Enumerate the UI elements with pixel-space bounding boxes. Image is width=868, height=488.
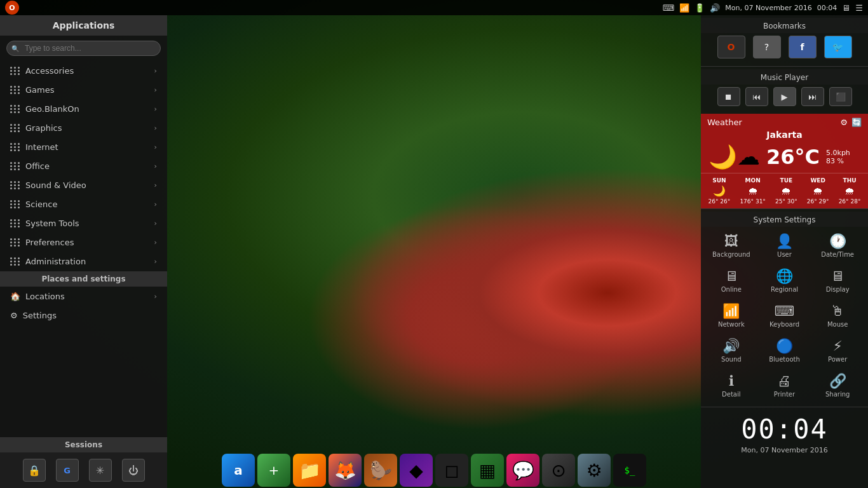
setting-display[interactable]: 🖥 Display bbox=[812, 264, 863, 297]
setting-detail[interactable]: ℹ Detail bbox=[706, 369, 757, 402]
firefox-app[interactable]: 🦊 bbox=[329, 454, 362, 487]
source-app[interactable]: ◆ bbox=[400, 454, 433, 487]
sidebar-item-locations[interactable]: 🏠 Locations › bbox=[3, 287, 165, 306]
facebook-bookmark[interactable]: f bbox=[789, 36, 817, 58]
sidebar-item-games[interactable]: Games › bbox=[3, 81, 165, 99]
weather-refresh-icon[interactable]: 🔄 bbox=[851, 118, 862, 127]
weather-temperature: 26°C bbox=[766, 145, 820, 169]
twitter-bookmark[interactable]: 🐦 bbox=[824, 36, 852, 58]
locations-label: Locations bbox=[25, 292, 65, 301]
datetime-label: Date/Time bbox=[821, 251, 854, 258]
sidebar-item-geo-blankon[interactable]: Geo.BlankOn › bbox=[3, 100, 165, 118]
stop-button[interactable]: ⏹ bbox=[717, 87, 740, 106]
setting-sound[interactable]: 🔊 Sound bbox=[706, 334, 757, 367]
topbar-right: ⌨ 📶 🔋 🔊 Mon, 07 November 2016 00:04 🖥 ☰ bbox=[662, 3, 863, 13]
setting-printer[interactable]: 🖨 Printer bbox=[759, 369, 810, 402]
weather-title: Weather bbox=[707, 118, 742, 127]
bluetooth-icon: 🔵 bbox=[776, 338, 793, 354]
weather-condition-icon: 🌙☁ bbox=[709, 144, 760, 170]
system-tools-label: System Tools bbox=[25, 219, 79, 228]
weather-forecast: SUN 🌙 26° 26° MON 🌧 176° 31° TUE 🌧 25° 3… bbox=[701, 173, 868, 208]
draw-app[interactable]: ◻ bbox=[435, 454, 468, 487]
calculator-app[interactable]: + bbox=[257, 454, 290, 487]
os-logo[interactable]: O bbox=[5, 1, 19, 15]
menu-items-container: Accessories › Games › Geo.BlankOn › bbox=[0, 62, 167, 271]
sound-label: Sound bbox=[721, 356, 742, 363]
sidebar-item-administration[interactable]: Administration › bbox=[3, 252, 165, 271]
chat-app[interactable]: 💬 bbox=[506, 454, 539, 487]
sidebar-item-settings[interactable]: ⚙ Settings bbox=[3, 306, 165, 325]
weather-wind: 5.0kph bbox=[826, 149, 850, 157]
beaver-app[interactable]: 🦫 bbox=[364, 454, 397, 487]
settings-icon: ⚙ bbox=[10, 311, 18, 320]
science-arrow: › bbox=[154, 200, 157, 208]
printer-label: Printer bbox=[774, 391, 795, 398]
prev-button[interactable]: ⏮ bbox=[745, 87, 768, 106]
sidebar-item-graphics[interactable]: Graphics › bbox=[3, 119, 165, 137]
sidebar-item-sound-video[interactable]: Sound & Video › bbox=[3, 176, 165, 194]
setting-online[interactable]: 🖥 Online bbox=[706, 264, 757, 297]
sidebar-item-preferences[interactable]: Preferences › bbox=[3, 233, 165, 252]
blankon-bookmark[interactable]: O bbox=[717, 36, 745, 58]
geo-blankon-icon bbox=[10, 105, 20, 113]
sound-video-icon bbox=[10, 181, 20, 189]
weather-settings-icon[interactable]: ⚙ bbox=[840, 118, 848, 127]
setting-regional[interactable]: 🌐 Regional bbox=[759, 264, 810, 297]
locations-arrow: › bbox=[154, 292, 157, 301]
setting-network[interactable]: 📶 Network bbox=[706, 299, 757, 332]
amaze-app[interactable]: a bbox=[222, 454, 255, 487]
user-label: User bbox=[777, 251, 792, 258]
loading-button[interactable]: ✳ bbox=[89, 459, 112, 482]
sound-video-arrow: › bbox=[154, 181, 157, 189]
datetime-label: Mon, 07 November 2016 bbox=[725, 4, 811, 12]
background-icon: 🖼 bbox=[724, 233, 738, 249]
keyboard-label: Keyboard bbox=[770, 321, 799, 328]
user-icon: 👤 bbox=[776, 233, 793, 249]
mouse-label: Mouse bbox=[827, 321, 848, 328]
setting-keyboard[interactable]: ⌨ Keyboard bbox=[759, 299, 810, 332]
sheets-app[interactable]: ▦ bbox=[471, 454, 504, 487]
cog-app[interactable]: ⚙ bbox=[578, 454, 611, 487]
setting-bluetooth[interactable]: 🔵 Bluetooth bbox=[759, 334, 810, 367]
preferences-arrow: › bbox=[154, 238, 157, 247]
music-controls: ⏹ ⏮ ▶ ⏭ ⬛ bbox=[701, 85, 868, 111]
sidebar-item-internet[interactable]: Internet › bbox=[3, 138, 165, 156]
sharing-label: Sharing bbox=[825, 391, 850, 398]
clock-app[interactable]: ⊙ bbox=[542, 454, 575, 487]
search-input[interactable] bbox=[6, 41, 161, 56]
lock-button[interactable]: 🔒 bbox=[23, 459, 46, 482]
keyboard-icon: ⌨ bbox=[662, 3, 674, 13]
forecast-mon: MON 🌧 176° 31° bbox=[740, 177, 766, 205]
sidebar-item-accessories[interactable]: Accessories › bbox=[3, 62, 165, 80]
menu-icon[interactable]: ☰ bbox=[855, 3, 863, 13]
power-button[interactable]: ⏻ bbox=[122, 459, 145, 482]
home-icon: 🏠 bbox=[10, 292, 20, 301]
sound-video-label: Sound & Video bbox=[25, 180, 86, 190]
playlist-button[interactable]: ⬛ bbox=[829, 87, 852, 106]
detail-icon: ℹ bbox=[729, 373, 734, 389]
graphics-icon bbox=[10, 124, 20, 132]
sidebar-item-system-tools[interactable]: System Tools › bbox=[3, 214, 165, 233]
setting-power[interactable]: ⚡ Power bbox=[812, 334, 863, 367]
science-icon bbox=[10, 200, 20, 208]
office-icon bbox=[10, 162, 20, 170]
online-label: Online bbox=[721, 286, 742, 293]
weather-details: 5.0kph 83 % bbox=[826, 149, 850, 165]
clock-section: 00:04 Mon, 07 November 2016 bbox=[701, 407, 868, 458]
play-button[interactable]: ▶ bbox=[773, 87, 796, 106]
setting-mouse[interactable]: 🖱 Mouse bbox=[812, 299, 863, 332]
files-app[interactable]: 📁 bbox=[293, 454, 326, 487]
setting-user[interactable]: 👤 User bbox=[759, 229, 810, 262]
setting-sharing[interactable]: 🔗 Sharing bbox=[812, 369, 863, 402]
terminal-app[interactable]: $_ bbox=[613, 454, 646, 487]
topbar-left: O bbox=[5, 1, 19, 15]
help-bookmark[interactable]: ? bbox=[753, 36, 781, 58]
time-label: 00:04 bbox=[817, 4, 837, 12]
next-button[interactable]: ⏭ bbox=[801, 87, 824, 106]
sidebar-item-science[interactable]: Science › bbox=[3, 195, 165, 214]
setting-datetime[interactable]: 🕐 Date/Time bbox=[812, 229, 863, 262]
sessions-title: Sessions bbox=[0, 437, 167, 452]
sidebar-item-office[interactable]: Office › bbox=[3, 157, 165, 175]
google-button[interactable]: G bbox=[56, 459, 79, 482]
setting-background[interactable]: 🖼 Background bbox=[706, 229, 757, 262]
